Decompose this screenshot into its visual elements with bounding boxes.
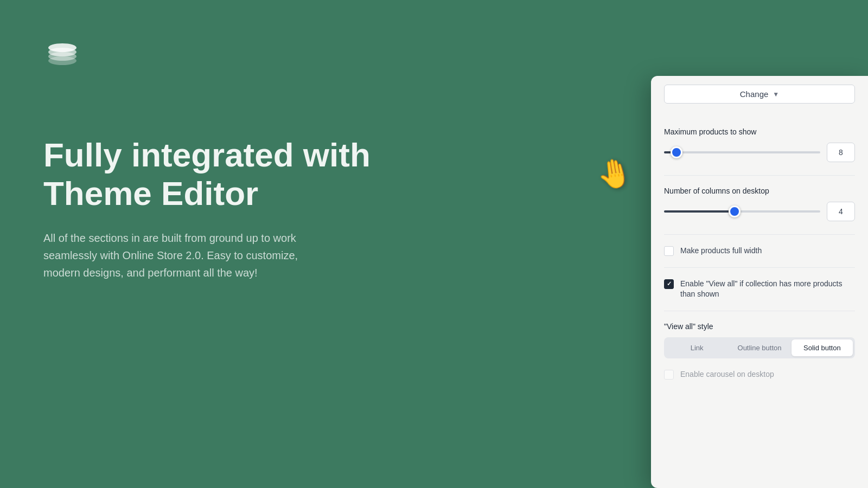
full-width-checkbox-row: Make products full width — [664, 246, 855, 256]
hand-cursor-icon: 🤚 — [594, 155, 635, 193]
style-option-outline[interactable]: Outline button — [729, 339, 790, 356]
hero-description: All of the sections in are built from gr… — [43, 229, 331, 281]
max-products-label: Maximum products to show — [664, 127, 855, 136]
change-button-label: Change — [740, 89, 769, 99]
carousel-label: Enable carousel on desktop — [680, 369, 774, 380]
style-options-group: Link Outline button Solid button — [664, 337, 855, 358]
full-width-checkbox[interactable] — [664, 246, 674, 256]
columns-slider-row: 4 — [664, 202, 855, 221]
left-content: Fully integrated with Theme Editor All o… — [0, 0, 553, 488]
divider-3 — [664, 267, 855, 268]
max-products-slider-row: 8 — [664, 143, 855, 162]
columns-label: Number of columns on desktop — [664, 187, 855, 195]
theme-editor-panel: Change ▼ Maximum products to show 8 Numb… — [651, 76, 868, 488]
style-option-solid[interactable]: Solid button — [792, 339, 853, 356]
divider-4 — [664, 311, 855, 311]
view-all-checkbox[interactable] — [664, 279, 674, 289]
columns-slider-track[interactable] — [664, 210, 820, 213]
panel-inner: Maximum products to show 8 Number of col… — [651, 117, 868, 401]
chevron-down-icon: ▼ — [773, 91, 779, 98]
svg-point-3 — [48, 43, 76, 52]
view-all-label: Enable "View all" if collection has more… — [680, 279, 855, 300]
divider-2 — [664, 234, 855, 235]
full-width-label: Make products full width — [680, 246, 762, 256]
app-logo — [43, 33, 81, 70]
max-products-value: 8 — [827, 143, 855, 162]
columns-slider-thumb[interactable] — [729, 206, 741, 217]
carousel-checkbox[interactable] — [664, 370, 674, 380]
columns-value: 4 — [827, 202, 855, 221]
change-button[interactable]: Change ▼ — [664, 85, 855, 104]
max-products-slider-thumb[interactable] — [671, 146, 682, 158]
change-btn-row: Change ▼ — [651, 76, 868, 104]
style-option-link[interactable]: Link — [666, 339, 727, 356]
main-heading: Fully integrated with Theme Editor — [43, 136, 510, 213]
max-products-slider-track[interactable] — [664, 151, 820, 153]
carousel-row: Enable carousel on desktop — [664, 369, 855, 380]
divider-1 — [664, 175, 855, 176]
view-all-style-label: "View all" style — [664, 322, 855, 331]
view-all-checkbox-row: Enable "View all" if collection has more… — [664, 279, 855, 300]
columns-slider-fill — [664, 210, 735, 213]
